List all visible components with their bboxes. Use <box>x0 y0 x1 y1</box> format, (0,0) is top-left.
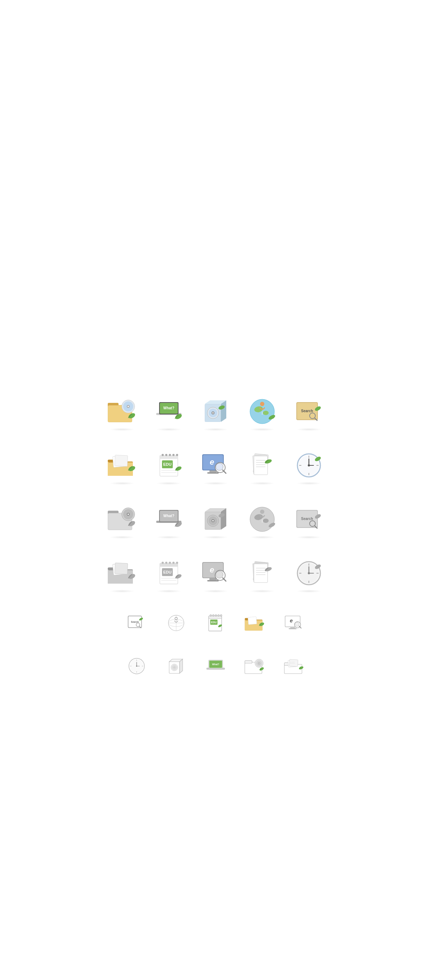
svg-text:What?: What? <box>163 406 174 410</box>
folder-cd-outline-cell[interactable] <box>237 648 273 684</box>
clock-color-cell[interactable] <box>287 444 330 490</box>
svg-point-211 <box>136 665 137 667</box>
search-board-gray-cell[interactable]: Search <box>287 497 330 544</box>
svg-point-133 <box>173 562 174 564</box>
icon-row-1: What? <box>90 390 341 436</box>
laptop-what-gray-cell[interactable]: What? <box>147 497 190 544</box>
notepad-edu-color-cell[interactable]: EDU <box>147 444 190 490</box>
svg-point-49 <box>173 454 174 456</box>
svg-rect-144 <box>209 578 217 580</box>
paper-stack-color-cell[interactable] <box>241 444 284 490</box>
folder-cd-color-cell[interactable] <box>101 390 144 436</box>
svg-point-90 <box>127 514 129 515</box>
box-cd-color-cell[interactable] <box>194 390 237 436</box>
folder-open-gray-cell[interactable] <box>101 551 144 598</box>
folder-color-small-cell[interactable] <box>237 605 273 641</box>
box-cd-outline-icon <box>165 654 188 678</box>
notepad-edu-gray-icon: EDU <box>153 557 185 589</box>
clock-color-icon <box>293 449 325 481</box>
notepad-edu-gray-cell[interactable]: EDU <box>147 551 190 598</box>
svg-rect-224 <box>245 660 252 663</box>
svg-point-147 <box>216 571 223 578</box>
folder-cd-gray-cell[interactable] <box>101 497 144 544</box>
box-cd-outline-cell[interactable] <box>158 648 194 684</box>
svg-point-82 <box>308 464 310 466</box>
svg-rect-145 <box>207 580 219 581</box>
svg-rect-125 <box>114 563 128 574</box>
svg-point-50 <box>176 454 178 456</box>
svg-rect-67 <box>254 456 268 475</box>
svg-point-28 <box>260 402 265 406</box>
svg-point-48 <box>169 454 171 456</box>
svg-rect-60 <box>209 471 217 472</box>
notepad-edu-outline-cell[interactable]: EDU <box>198 605 233 641</box>
svg-text:What?: What? <box>163 514 174 518</box>
svg-point-166 <box>308 572 310 574</box>
laptop-what-color-cell[interactable]: What? <box>147 390 190 436</box>
box-cd-gray-cell[interactable] <box>194 497 237 544</box>
svg-text:What?: What? <box>212 663 219 665</box>
laptop-what-gray-icon: What? <box>153 503 185 535</box>
svg-point-6 <box>127 406 129 407</box>
svg-text:Search: Search <box>301 409 313 413</box>
folder-open-color-cell[interactable] <box>101 444 144 490</box>
svg-marker-17 <box>221 400 226 422</box>
svg-point-134 <box>176 562 178 564</box>
icon-row-3: What? <box>90 497 341 544</box>
notepad-edu-outline-icon: EDU <box>204 611 227 635</box>
monitor-e-gray-icon: e <box>199 557 232 589</box>
paper-stack-gray-icon <box>246 557 278 589</box>
svg-point-27 <box>263 411 269 415</box>
search-board-outline-icon: Search <box>125 611 148 635</box>
svg-rect-41 <box>114 455 128 466</box>
icon-row-6: What? <box>90 648 341 684</box>
svg-text:EDU: EDU <box>163 570 171 574</box>
search-board-color-cell[interactable]: Search <box>287 390 330 436</box>
svg-point-111 <box>263 519 269 523</box>
clock-gray-cell[interactable] <box>287 551 330 598</box>
notepad-edu-color-icon: EDU <box>153 449 185 481</box>
clock-gray-icon <box>293 557 325 589</box>
svg-rect-199 <box>288 628 296 629</box>
monitor-e-color-cell[interactable]: e <box>194 444 237 490</box>
globe-person-color-cell[interactable]: i <box>241 390 284 436</box>
folder-cd-color-icon <box>106 395 138 427</box>
icon-row-2: EDU e <box>90 444 341 490</box>
svg-point-201 <box>295 622 299 626</box>
folder-open-outline-icon <box>283 654 306 678</box>
laptop-what-outline-cell[interactable]: What? <box>198 648 233 684</box>
monitor-e-outline-icon: e <box>283 611 306 635</box>
svg-rect-198 <box>290 627 295 628</box>
svg-text:Search: Search <box>301 517 313 521</box>
globe-outline-icon <box>165 611 188 635</box>
svg-rect-151 <box>254 564 268 582</box>
globe-person-gray-cell[interactable]: i <box>241 497 284 544</box>
svg-text:EDU: EDU <box>163 462 171 466</box>
clock-outline-cell[interactable] <box>119 648 154 684</box>
search-board-color-icon: Search <box>293 395 325 427</box>
monitor-e-color-icon: e <box>199 449 232 481</box>
icon-row-5: Search <box>90 605 341 641</box>
svg-point-131 <box>165 562 167 564</box>
laptop-what-color-icon: What? <box>153 395 185 427</box>
svg-rect-234 <box>289 659 298 667</box>
paper-stack-color-icon <box>246 449 278 481</box>
svg-text:e: e <box>290 618 293 624</box>
svg-point-46 <box>162 454 164 456</box>
monitor-e-outline-cell[interactable]: e <box>277 605 312 641</box>
svg-text:i: i <box>261 410 263 416</box>
icon-grid: What? <box>90 375 341 706</box>
globe-outline-cell[interactable] <box>158 605 194 641</box>
monitor-e-gray-cell[interactable]: e <box>194 551 237 598</box>
svg-point-132 <box>169 562 171 564</box>
svg-point-106 <box>212 520 214 522</box>
svg-text:e: e <box>210 458 214 466</box>
folder-cd-gray-icon <box>106 503 138 535</box>
svg-text:i: i <box>261 518 263 523</box>
folder-open-color-icon <box>106 449 138 481</box>
globe-person-gray-icon: i <box>246 503 278 535</box>
paper-stack-gray-cell[interactable] <box>241 551 284 598</box>
folder-open-outline-cell[interactable] <box>277 648 312 684</box>
search-board-outline-cell[interactable]: Search <box>119 605 154 641</box>
icon-row-4: EDU e <box>90 551 341 598</box>
